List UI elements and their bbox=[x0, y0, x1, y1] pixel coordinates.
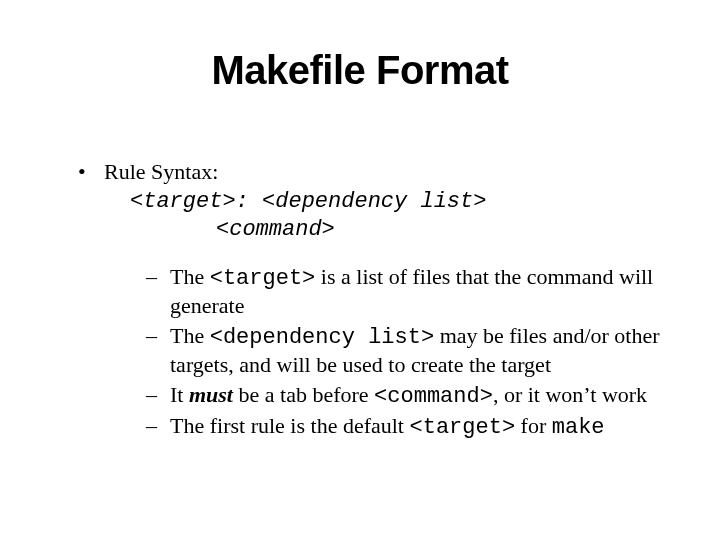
text: It bbox=[170, 382, 189, 407]
code-target-2: <target> bbox=[409, 415, 515, 440]
text: , or it won’t work bbox=[493, 382, 647, 407]
code-command: <command> bbox=[374, 384, 493, 409]
code-dependency-list: <dependency list> bbox=[210, 325, 434, 350]
code-make: make bbox=[552, 415, 605, 440]
syntax-block: <target>: <dependency list> <command> bbox=[130, 188, 670, 245]
sub-bullet-tab: It must be a tab before <command>, or it… bbox=[146, 381, 670, 411]
slide-body: Rule Syntax: <target>: <dependency list>… bbox=[78, 158, 670, 446]
emphasis-must: must bbox=[189, 382, 233, 407]
sub-bullet-target: The <target> is a list of files that the… bbox=[146, 263, 670, 320]
bullet-rule-syntax-label: Rule Syntax: bbox=[104, 159, 218, 184]
code-target: <target> bbox=[210, 266, 316, 291]
syntax-line-1: <target>: <dependency list> bbox=[130, 188, 670, 217]
text: The bbox=[170, 323, 210, 348]
text: The bbox=[170, 264, 210, 289]
sub-bullet-default: The first rule is the default <target> f… bbox=[146, 412, 670, 442]
text: be a tab before bbox=[233, 382, 374, 407]
text: for bbox=[515, 413, 552, 438]
slide-title: Makefile Format bbox=[0, 48, 720, 93]
bullet-rule-syntax: Rule Syntax: <target>: <dependency list>… bbox=[78, 158, 670, 442]
sub-bullet-dependency: The <dependency list> may be files and/o… bbox=[146, 322, 670, 379]
syntax-line-2: <command> bbox=[130, 216, 670, 245]
bullet-list-level2: The <target> is a list of files that the… bbox=[146, 263, 670, 442]
slide: Makefile Format Rule Syntax: <target>: <… bbox=[0, 0, 720, 540]
text: The first rule is the default bbox=[170, 413, 409, 438]
bullet-list-level1: Rule Syntax: <target>: <dependency list>… bbox=[78, 158, 670, 442]
